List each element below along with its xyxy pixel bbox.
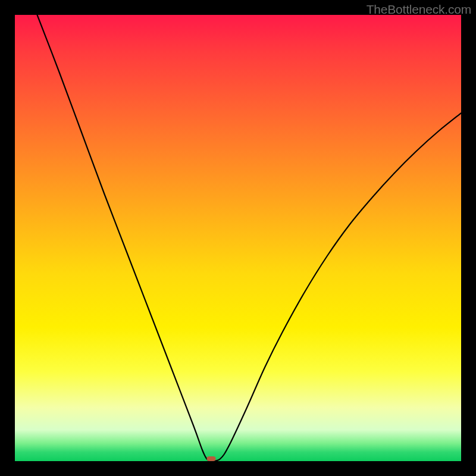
plot-area (15, 15, 461, 461)
bottleneck-curve (15, 15, 461, 461)
chart-frame: TheBottleneck.com (0, 0, 476, 476)
min-marker (207, 456, 216, 461)
